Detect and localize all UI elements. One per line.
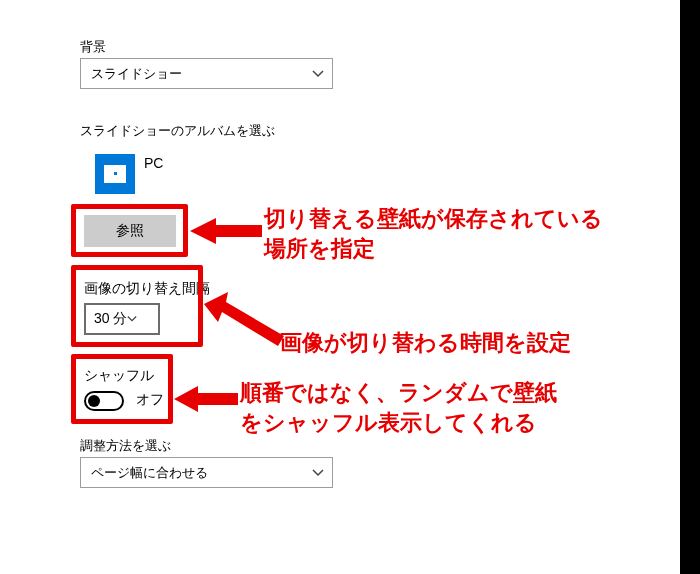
svg-rect-1 [104,165,126,168]
interval-label: 画像の切り替え間隔 [84,280,210,298]
fit-select-value: ページ幅に合わせる [91,464,208,482]
interval-select[interactable]: 30 分 [84,303,160,335]
arrow-icon [204,292,284,348]
svg-rect-0 [104,168,126,183]
background-select-value: スライドショー [91,65,182,83]
browse-button[interactable]: 参照 [84,215,176,247]
album-label: スライドショーのアルバムを選ぶ [80,122,275,140]
background-label: 背景 [80,38,106,56]
settings-panel: 背景 スライドショー スライドショーのアルバムを選ぶ PC 参照 画像の切り替え… [0,0,700,574]
annotation-browse: 切り替える壁紙が保存されている場所を指定 [264,204,603,263]
shuffle-label: シャッフル [84,367,154,385]
album-folder-icon [95,154,135,194]
fit-select[interactable]: ページ幅に合わせる [80,457,333,488]
chevron-down-icon [312,467,324,479]
album-folder-name: PC [144,155,163,171]
annotation-shuffle: 順番ではなく、ランダムで壁紙をシャッフル表示してくれる [240,378,557,437]
shuffle-toggle[interactable] [84,391,124,411]
annotation-interval: 画像が切り替わる時間を設定 [280,328,571,358]
shuffle-state-label: オフ [136,391,164,409]
window-border [680,0,700,574]
chevron-down-icon [127,314,137,324]
toggle-knob [88,395,100,407]
fit-label: 調整方法を選ぶ [80,437,171,455]
svg-marker-3 [190,218,262,244]
background-select[interactable]: スライドショー [80,58,333,89]
svg-marker-5 [174,386,238,412]
chevron-down-icon [312,68,324,80]
browse-button-label: 参照 [116,222,144,240]
svg-marker-4 [204,292,284,346]
svg-rect-2 [114,172,117,175]
arrow-icon [190,216,262,246]
arrow-icon [174,386,238,412]
highlight-frame-shuffle [71,354,173,424]
interval-select-value: 30 分 [94,310,127,328]
